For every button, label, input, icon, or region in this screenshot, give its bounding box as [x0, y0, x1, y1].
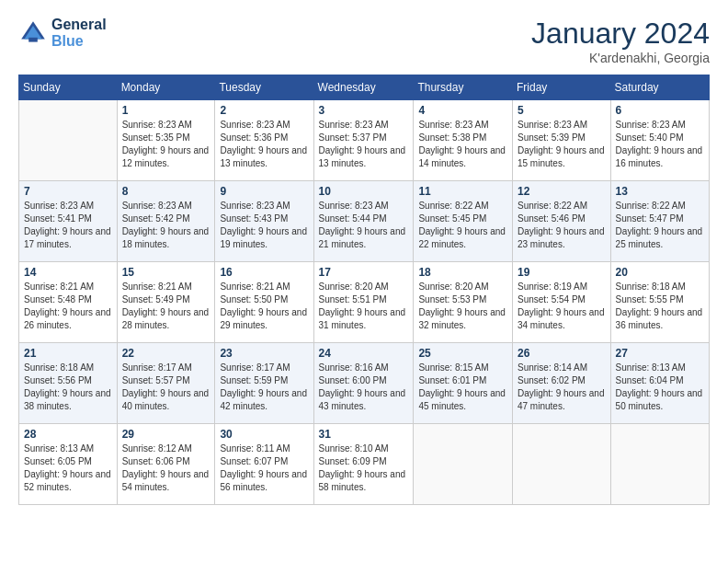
day-header-saturday: Saturday [610, 75, 709, 100]
logo: General Blue [18, 17, 107, 50]
day-number: 19 [518, 266, 606, 279]
day-cell: 18Sunrise: 8:20 AMSunset: 5:53 PMDayligh… [414, 262, 513, 343]
day-cell: 16Sunrise: 8:21 AMSunset: 5:50 PMDayligh… [215, 262, 313, 343]
week-row-4: 21Sunrise: 8:18 AMSunset: 5:56 PMDayligh… [19, 343, 710, 424]
day-number: 11 [418, 185, 507, 198]
day-info: Sunrise: 8:15 AMSunset: 6:01 PMDaylight:… [418, 362, 507, 413]
day-header-friday: Friday [512, 75, 610, 100]
day-number: 13 [616, 185, 704, 198]
day-number: 29 [122, 428, 210, 441]
day-header-monday: Monday [117, 75, 215, 100]
day-number: 8 [122, 185, 210, 198]
day-cell: 27Sunrise: 8:13 AMSunset: 6:04 PMDayligh… [610, 343, 709, 424]
day-number: 4 [418, 104, 507, 117]
day-number: 23 [220, 347, 308, 360]
calendar: SundayMondayTuesdayWednesdayThursdayFrid… [18, 75, 710, 505]
day-info: Sunrise: 8:20 AMSunset: 5:53 PMDaylight:… [418, 281, 507, 332]
day-number: 15 [122, 266, 210, 279]
day-number: 24 [319, 347, 409, 360]
day-number: 28 [24, 428, 112, 441]
day-info: Sunrise: 8:23 AMSunset: 5:36 PMDaylight:… [220, 119, 308, 170]
day-info: Sunrise: 8:23 AMSunset: 5:37 PMDaylight:… [319, 119, 409, 170]
day-info: Sunrise: 8:10 AMSunset: 6:09 PMDaylight:… [319, 442, 409, 494]
day-cell: 10Sunrise: 8:23 AMSunset: 5:44 PMDayligh… [313, 181, 414, 262]
day-cell: 28Sunrise: 8:13 AMSunset: 6:05 PMDayligh… [19, 424, 118, 505]
day-number: 9 [220, 185, 308, 198]
day-info: Sunrise: 8:13 AMSunset: 6:05 PMDaylight:… [24, 442, 112, 494]
day-number: 12 [518, 185, 606, 198]
week-row-2: 7Sunrise: 8:23 AMSunset: 5:41 PMDaylight… [19, 181, 710, 262]
day-number: 21 [24, 347, 112, 360]
day-cell: 21Sunrise: 8:18 AMSunset: 5:56 PMDayligh… [19, 343, 118, 424]
day-cell: 12Sunrise: 8:22 AMSunset: 5:46 PMDayligh… [512, 181, 610, 262]
day-cell: 6Sunrise: 8:23 AMSunset: 5:40 PMDaylight… [610, 100, 709, 181]
day-info: Sunrise: 8:22 AMSunset: 5:47 PMDaylight:… [616, 200, 704, 251]
day-info: Sunrise: 8:23 AMSunset: 5:41 PMDaylight:… [24, 200, 112, 251]
day-info: Sunrise: 8:18 AMSunset: 5:56 PMDaylight:… [24, 362, 112, 413]
day-info: Sunrise: 8:23 AMSunset: 5:40 PMDaylight:… [616, 119, 704, 170]
day-number: 10 [319, 185, 409, 198]
day-info: Sunrise: 8:13 AMSunset: 6:04 PMDaylight:… [616, 362, 704, 413]
day-cell: 11Sunrise: 8:22 AMSunset: 5:45 PMDayligh… [414, 181, 513, 262]
day-number: 6 [616, 104, 704, 117]
day-cell: 31Sunrise: 8:10 AMSunset: 6:09 PMDayligh… [313, 424, 414, 505]
day-number: 16 [220, 266, 308, 279]
day-info: Sunrise: 8:21 AMSunset: 5:49 PMDaylight:… [122, 281, 210, 332]
week-row-1: 1Sunrise: 8:23 AMSunset: 5:35 PMDaylight… [19, 100, 710, 181]
day-info: Sunrise: 8:22 AMSunset: 5:46 PMDaylight:… [518, 200, 606, 251]
day-info: Sunrise: 8:21 AMSunset: 5:50 PMDaylight:… [220, 281, 308, 332]
day-info: Sunrise: 8:23 AMSunset: 5:39 PMDaylight:… [518, 119, 606, 170]
day-info: Sunrise: 8:18 AMSunset: 5:55 PMDaylight:… [616, 281, 704, 332]
day-info: Sunrise: 8:14 AMSunset: 6:02 PMDaylight:… [518, 362, 606, 413]
day-info: Sunrise: 8:23 AMSunset: 5:44 PMDaylight:… [319, 200, 409, 251]
day-info: Sunrise: 8:23 AMSunset: 5:38 PMDaylight:… [418, 119, 507, 170]
day-cell: 3Sunrise: 8:23 AMSunset: 5:37 PMDaylight… [313, 100, 414, 181]
day-number: 27 [616, 347, 704, 360]
day-cell: 26Sunrise: 8:14 AMSunset: 6:02 PMDayligh… [512, 343, 610, 424]
day-cell: 17Sunrise: 8:20 AMSunset: 5:51 PMDayligh… [313, 262, 414, 343]
day-info: Sunrise: 8:19 AMSunset: 5:54 PMDaylight:… [518, 281, 606, 332]
day-info: Sunrise: 8:11 AMSunset: 6:07 PMDaylight:… [220, 442, 308, 494]
day-cell: 22Sunrise: 8:17 AMSunset: 5:57 PMDayligh… [117, 343, 215, 424]
week-row-5: 28Sunrise: 8:13 AMSunset: 6:05 PMDayligh… [19, 424, 710, 505]
day-header-tuesday: Tuesday [215, 75, 313, 100]
day-info: Sunrise: 8:23 AMSunset: 5:35 PMDaylight:… [122, 119, 210, 170]
page: General Blue January 2024 K'ardenakhi, G… [0, 0, 728, 516]
day-number: 18 [418, 266, 507, 279]
day-number: 3 [319, 104, 409, 117]
day-info: Sunrise: 8:23 AMSunset: 5:42 PMDaylight:… [122, 200, 210, 251]
day-cell: 19Sunrise: 8:19 AMSunset: 5:54 PMDayligh… [512, 262, 610, 343]
day-cell: 13Sunrise: 8:22 AMSunset: 5:47 PMDayligh… [610, 181, 709, 262]
day-cell: 1Sunrise: 8:23 AMSunset: 5:35 PMDaylight… [117, 100, 215, 181]
day-cell [512, 424, 610, 505]
logo-icon [18, 18, 48, 48]
location: K'ardenakhi, Georgia [531, 51, 710, 65]
day-info: Sunrise: 8:20 AMSunset: 5:51 PMDaylight:… [319, 281, 409, 332]
day-number: 5 [518, 104, 606, 117]
day-number: 31 [319, 428, 409, 441]
day-cell [19, 100, 118, 181]
day-cell: 14Sunrise: 8:21 AMSunset: 5:48 PMDayligh… [19, 262, 118, 343]
day-cell: 2Sunrise: 8:23 AMSunset: 5:36 PMDaylight… [215, 100, 313, 181]
day-info: Sunrise: 8:12 AMSunset: 6:06 PMDaylight:… [122, 442, 210, 494]
header-row: SundayMondayTuesdayWednesdayThursdayFrid… [19, 75, 710, 100]
day-number: 2 [220, 104, 308, 117]
day-cell: 25Sunrise: 8:15 AMSunset: 6:01 PMDayligh… [414, 343, 513, 424]
day-cell: 23Sunrise: 8:17 AMSunset: 5:59 PMDayligh… [215, 343, 313, 424]
day-cell: 29Sunrise: 8:12 AMSunset: 6:06 PMDayligh… [117, 424, 215, 505]
day-cell [414, 424, 513, 505]
day-cell: 24Sunrise: 8:16 AMSunset: 6:00 PMDayligh… [313, 343, 414, 424]
header: General Blue January 2024 K'ardenakhi, G… [18, 17, 710, 65]
day-number: 7 [24, 185, 112, 198]
day-number: 25 [418, 347, 507, 360]
month-title: January 2024 [531, 17, 710, 51]
day-number: 20 [616, 266, 704, 279]
day-number: 1 [122, 104, 210, 117]
day-number: 30 [220, 428, 308, 441]
day-cell: 15Sunrise: 8:21 AMSunset: 5:49 PMDayligh… [117, 262, 215, 343]
day-header-wednesday: Wednesday [313, 75, 414, 100]
day-info: Sunrise: 8:17 AMSunset: 5:57 PMDaylight:… [122, 362, 210, 413]
day-info: Sunrise: 8:17 AMSunset: 5:59 PMDaylight:… [220, 362, 308, 413]
title-block: January 2024 K'ardenakhi, Georgia [531, 17, 710, 65]
day-cell: 7Sunrise: 8:23 AMSunset: 5:41 PMDaylight… [19, 181, 118, 262]
